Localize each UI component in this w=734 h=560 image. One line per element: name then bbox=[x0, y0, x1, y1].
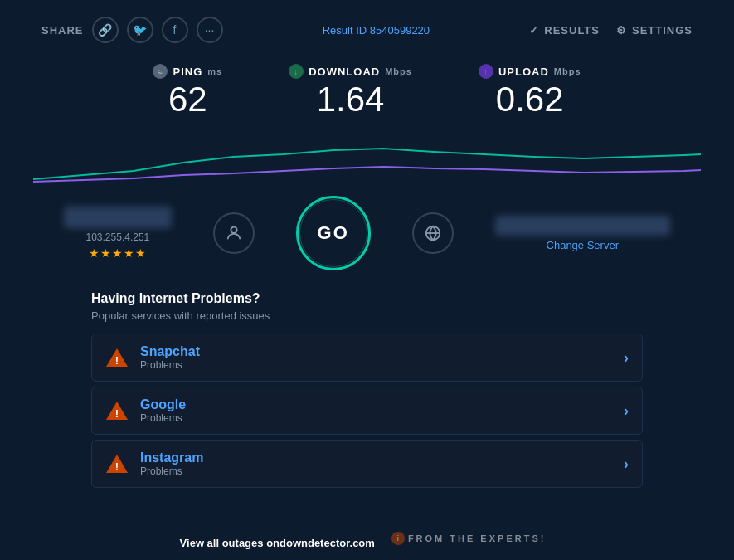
result-id-value[interactable]: 8540599220 bbox=[370, 24, 430, 37]
right-server-info: Target Server Name Change Server bbox=[495, 216, 670, 251]
problems-section: Having Internet Problems? Popular servic… bbox=[0, 275, 734, 501]
speed-metrics: ≈ PING ms 62 ↓ DOWNLOAD Mbps 1.64 ↑ UPLO… bbox=[0, 51, 734, 121]
ping-value: 62 bbox=[153, 82, 222, 117]
svg-point-0 bbox=[231, 227, 236, 233]
instagram-status: Problems bbox=[140, 465, 624, 477]
google-chevron-icon: › bbox=[624, 402, 629, 420]
go-label: GO bbox=[318, 222, 349, 244]
snapchat-info: Snapchat Problems bbox=[140, 344, 624, 371]
svg-text:!: ! bbox=[115, 354, 119, 367]
google-warning-icon: ! bbox=[105, 399, 129, 422]
notification-badge: i bbox=[391, 532, 405, 545]
instagram-warning-icon: ! bbox=[105, 452, 129, 475]
upload-metric: ↑ UPLOAD Mbps 0.62 bbox=[479, 64, 581, 117]
download-metric: ↓ DOWNLOAD Mbps 1.64 bbox=[289, 64, 412, 117]
gear-icon: ⚙ bbox=[616, 24, 627, 37]
snapchat-chevron-icon: › bbox=[624, 349, 629, 367]
speed-chart bbox=[33, 125, 701, 183]
instagram-info: Instagram Problems bbox=[140, 450, 624, 477]
snapchat-name: Snapchat bbox=[140, 344, 624, 359]
ping-icon: ≈ bbox=[153, 64, 168, 79]
google-name: Google bbox=[140, 397, 624, 412]
left-server-info: Your Server 103.255.4.251 ★★★★★ bbox=[64, 207, 172, 260]
share-label: SHARE bbox=[41, 24, 84, 37]
twitter-share-icon[interactable]: 🐦 bbox=[127, 17, 153, 43]
target-server-blurred: Target Server Name bbox=[495, 216, 670, 236]
problems-title: Having Internet Problems? bbox=[91, 291, 643, 306]
google-status: Problems bbox=[140, 412, 624, 424]
download-value: 1.64 bbox=[289, 82, 412, 117]
instagram-name: Instagram bbox=[140, 450, 624, 465]
snapchat-status: Problems bbox=[140, 359, 624, 371]
settings-button[interactable]: ⚙ SETTINGS bbox=[616, 24, 693, 37]
globe-icon-button[interactable] bbox=[412, 212, 454, 254]
facebook-share-icon[interactable]: f bbox=[162, 17, 188, 43]
rating-stars: ★★★★★ bbox=[64, 246, 172, 260]
instagram-problem-item[interactable]: ! Instagram Problems › bbox=[91, 440, 643, 488]
results-check-icon: ✓ bbox=[529, 24, 539, 37]
downdetector-link[interactable]: downdetector.com bbox=[280, 537, 375, 549]
ip-address: 103.255.4.251 bbox=[64, 231, 172, 243]
control-row: Your Server 103.255.4.251 ★★★★★ GO Targe… bbox=[0, 187, 734, 275]
problems-subtitle: Popular services with reported issues bbox=[91, 309, 643, 322]
result-id: Result ID 8540599220 bbox=[323, 24, 430, 37]
download-icon: ↓ bbox=[289, 64, 304, 79]
ping-metric: ≈ PING ms 62 bbox=[153, 64, 222, 117]
svg-text:!: ! bbox=[115, 460, 119, 473]
link-share-icon[interactable]: 🔗 bbox=[92, 17, 119, 43]
server-name-blurred: Your Server bbox=[64, 207, 172, 228]
instagram-chevron-icon: › bbox=[624, 455, 629, 473]
change-server-link[interactable]: Change Server bbox=[495, 239, 670, 251]
footer: View all outages on downdetector.com i F… bbox=[0, 525, 734, 560]
top-right-controls: ✓ RESULTS ⚙ SETTINGS bbox=[529, 24, 693, 37]
snapchat-warning-icon: ! bbox=[105, 346, 129, 369]
upload-icon: ↑ bbox=[479, 64, 493, 79]
footer-text: View all outages on bbox=[180, 537, 280, 549]
top-bar: SHARE 🔗 🐦 f ··· Result ID 8540599220 ✓ R… bbox=[0, 0, 734, 51]
snapchat-problem-item[interactable]: ! Snapchat Problems › bbox=[91, 334, 643, 382]
watermark-text: FROM THE EXPERTS! bbox=[408, 533, 547, 543]
google-problem-item[interactable]: ! Google Problems › bbox=[91, 387, 643, 435]
user-icon-button[interactable] bbox=[213, 212, 255, 254]
google-info: Google Problems bbox=[140, 397, 624, 424]
share-section: SHARE 🔗 🐦 f ··· bbox=[41, 17, 223, 43]
watermark: i FROM THE EXPERTS! bbox=[391, 532, 555, 553]
go-button[interactable]: GO bbox=[296, 196, 371, 270]
results-button[interactable]: ✓ RESULTS bbox=[529, 24, 600, 37]
svg-text:!: ! bbox=[115, 407, 119, 420]
upload-value: 0.62 bbox=[479, 82, 581, 117]
more-share-icon[interactable]: ··· bbox=[197, 17, 223, 43]
